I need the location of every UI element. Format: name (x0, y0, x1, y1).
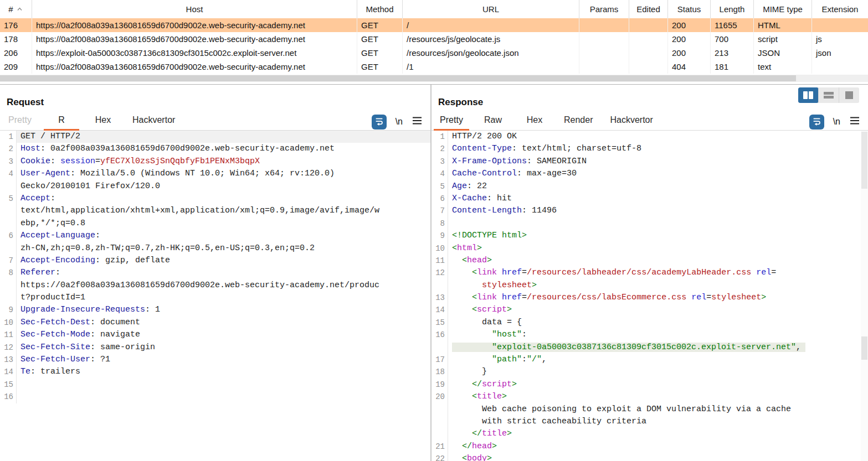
column-header-method[interactable]: Method (357, 0, 403, 18)
tab-hex[interactable]: Hex (517, 113, 552, 131)
history-row[interactable]: 206https://exploit-0a50003c0387136c81309… (0, 46, 868, 60)
history-horizontal-scrollbar-thumb[interactable] (0, 75, 796, 81)
history-cell-mime-type: JSON (754, 46, 812, 60)
line-content: Age: 22 (448, 180, 868, 193)
history-row[interactable]: 178https://0a2f008a039a136081659d6700d90… (0, 32, 868, 46)
layout-rows-button[interactable] (819, 87, 839, 103)
tab-render[interactable]: Render (558, 113, 598, 131)
line-content: with strict cacheability criteria (448, 416, 868, 428)
history-cell-mime-type: text (754, 60, 812, 74)
line-number: 2 (0, 143, 17, 155)
history-body: 176https://0a2f008a039a136081659d6700d90… (0, 18, 868, 74)
line-number: 2 (432, 143, 448, 155)
line-content: "host": (448, 329, 868, 341)
line-number: 11 (0, 329, 17, 341)
request-editor[interactable]: 1GET / HTTP/22Host: 0a2f008a039a13608165… (0, 131, 430, 461)
code-line: Web cache poisoning to exploit a DOM vul… (432, 403, 868, 416)
code-line: 16 "host": (432, 329, 868, 341)
line-content: Gecko/20100101 Firefox/120.0 (17, 180, 430, 193)
editor-menu-button[interactable] (849, 116, 860, 127)
history-cell-index: 206 (0, 46, 32, 60)
show-newlines-button[interactable]: \n (833, 117, 840, 127)
sort-ascending-icon (16, 6, 23, 13)
code-line: 2Host: 0a2f008a039a136081659d6700d9002e.… (0, 143, 430, 155)
code-line: 6Accept-Language: (0, 230, 430, 242)
tab-pretty[interactable]: Pretty (434, 113, 469, 131)
code-line: 9<!DOCTYPE html> (432, 230, 868, 242)
code-line: 12 <link href=/resources/labheader/css/a… (432, 267, 868, 279)
request-toolbar: \n (372, 113, 423, 130)
word-wrap-icon (374, 116, 384, 128)
history-cell-params (579, 32, 629, 46)
code-line: 2Content-Type: text/html; charset=utf-8 (432, 143, 868, 155)
code-line: 16 (0, 391, 430, 403)
column-header-index[interactable]: # (0, 0, 32, 18)
tab-pretty[interactable]: Pretty (2, 113, 38, 131)
column-header-length[interactable]: Length (711, 0, 754, 18)
column-header-host[interactable]: Host (32, 0, 357, 18)
line-content: <link href=/resources/css/labsEcommerce.… (448, 292, 868, 304)
line-number: 10 (432, 242, 448, 255)
line-content: </script> (448, 379, 868, 391)
line-number: 9 (432, 230, 448, 242)
line-number: 7 (0, 255, 17, 267)
layout-toggle-group (798, 87, 859, 103)
column-header-url[interactable]: URL (403, 0, 579, 18)
line-number: 5 (0, 193, 17, 205)
show-newlines-button[interactable]: \n (396, 117, 403, 127)
code-line: 15 (0, 379, 430, 391)
column-header-params[interactable]: Params (579, 0, 629, 18)
history-cell-length: 700 (711, 32, 754, 46)
column-header-edited[interactable]: Edited (629, 0, 668, 18)
code-line: 20 <title> (432, 391, 868, 403)
code-line: t?productId=1 (0, 292, 430, 304)
column-header-extension[interactable]: Extension (812, 0, 868, 18)
code-line: 6X-Cache: hit (432, 193, 868, 205)
editor-menu-button[interactable] (412, 116, 423, 127)
tab-raw[interactable]: Raw (475, 113, 511, 131)
tab-hackvertor[interactable]: Hackvertor (604, 113, 658, 131)
line-number (432, 403, 448, 416)
word-wrap-toggle-button[interactable] (372, 115, 387, 130)
history-cell-extension (812, 18, 868, 32)
history-cell-url: /1 (403, 60, 579, 74)
line-number: 13 (0, 354, 17, 366)
layout-columns-button[interactable] (798, 87, 819, 103)
line-number (0, 279, 17, 292)
history-cell-status: 200 (668, 46, 711, 60)
layout-single-button[interactable] (839, 87, 859, 103)
code-line: 13Sec-Fetch-User: ?1 (0, 354, 430, 366)
history-row[interactable]: 176https://0a2f008a039a136081659d6700d90… (0, 18, 868, 32)
line-content: https://0a2f008a039a136081659d6700d9002e… (17, 279, 430, 292)
history-header: #HostMethodURLParamsEditedStatusLengthMI… (0, 0, 868, 18)
word-wrap-toggle-button[interactable] (809, 115, 824, 130)
history-cell-length: 181 (711, 60, 754, 74)
tab-hex[interactable]: Hex (85, 113, 121, 131)
line-content (17, 391, 430, 403)
history-cell-extension (812, 60, 868, 74)
code-line: 8Referer: (0, 267, 430, 279)
line-number: 22 (432, 453, 448, 461)
code-line: 9Upgrade-Insecure-Requests: 1 (0, 304, 430, 316)
line-number (0, 180, 17, 193)
code-line: 14Te: trailers (0, 366, 430, 378)
tab-r[interactable]: R (44, 113, 79, 131)
code-line: 11 <head> (432, 255, 868, 267)
line-content: <body> (448, 453, 868, 461)
column-header-mime-type[interactable]: MIME type (754, 0, 812, 18)
line-content: User-Agent: Mozilla/5.0 (Windows NT 10.0… (17, 168, 430, 180)
tab-hackvertor[interactable]: Hackvertor (127, 113, 181, 131)
history-cell-method: GET (357, 46, 403, 60)
history-row[interactable]: 209https://0a2f008a039a136081659d6700d90… (0, 60, 868, 74)
code-line: zh-CN,zh;q=0.8,zh-TW;q=0.7,zh-HK;q=0.5,e… (0, 242, 430, 255)
response-editor[interactable]: 1HTTP/2 200 OK2Content-Type: text/html; … (432, 131, 868, 461)
column-header-status[interactable]: Status (668, 0, 711, 18)
scrollbar-selection-marker (861, 336, 867, 360)
code-line: 12Sec-Fetch-Site: same-origin (0, 341, 430, 354)
history-horizontal-scrollbar (0, 75, 868, 82)
response-vertical-scrollbar-thumb[interactable] (861, 132, 867, 189)
line-number: 8 (432, 217, 448, 230)
code-line: 22 <body> (432, 453, 868, 461)
line-content: Sec-Fetch-Mode: navigate (17, 329, 430, 341)
line-number (0, 292, 17, 304)
